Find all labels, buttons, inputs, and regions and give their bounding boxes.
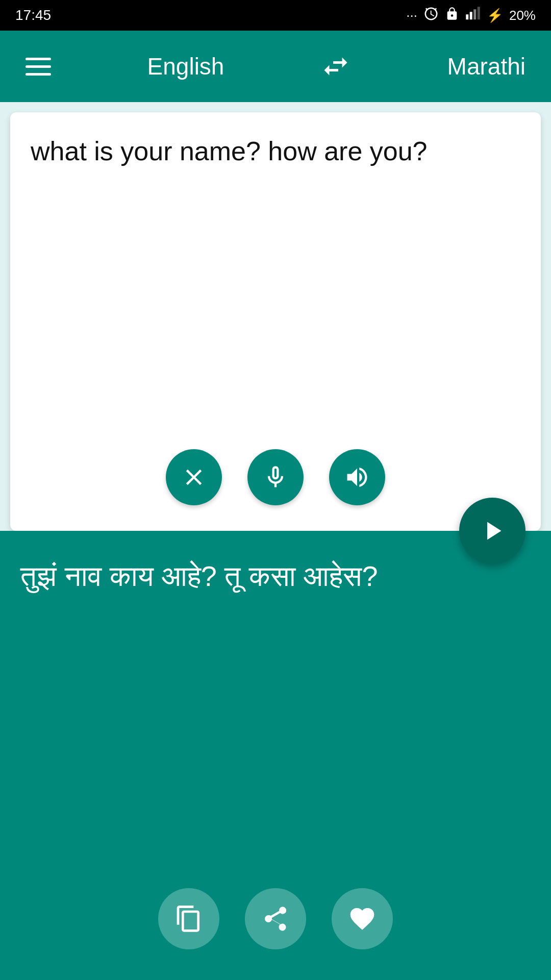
translate-button[interactable]	[459, 498, 525, 564]
share-button[interactable]	[245, 888, 306, 949]
status-bar: 17:45 ··· ⚡ 20%	[0, 0, 551, 31]
target-language-label[interactable]: Marathi	[447, 53, 525, 80]
microphone-button[interactable]	[247, 449, 304, 505]
source-actions	[10, 449, 541, 505]
speaker-button[interactable]	[329, 449, 385, 505]
svg-rect-1	[470, 12, 472, 19]
lock-icon	[445, 7, 459, 24]
source-text[interactable]: what is your name? how are you?	[31, 133, 520, 170]
swap-languages-button[interactable]	[320, 51, 351, 82]
copy-button[interactable]	[158, 888, 219, 949]
source-language-label[interactable]: English	[147, 53, 224, 80]
status-time: 17:45	[15, 7, 51, 23]
menu-button[interactable]	[26, 58, 51, 76]
target-actions	[0, 888, 551, 949]
status-icons: ··· ⚡ 20%	[406, 6, 536, 25]
alarm-icon	[423, 6, 439, 25]
target-panel: तुझं नाव काय आहे? तू कसा आहेस?	[0, 531, 551, 980]
battery-level: 20%	[509, 8, 536, 23]
favorite-button[interactable]	[332, 888, 393, 949]
clear-button[interactable]	[166, 449, 222, 505]
svg-rect-0	[466, 14, 468, 19]
toolbar: English Marathi	[0, 31, 551, 102]
content-area: what is your name? how are you?	[0, 102, 551, 980]
source-panel: what is your name? how are you?	[10, 112, 541, 531]
signal-icon	[465, 6, 481, 25]
more-icon: ···	[406, 8, 417, 23]
svg-rect-3	[478, 7, 480, 19]
svg-rect-2	[473, 9, 476, 19]
target-text: तुझं नाव काय आहे? तू कसा आहेस?	[20, 556, 531, 596]
charging-icon: ⚡	[487, 8, 503, 23]
